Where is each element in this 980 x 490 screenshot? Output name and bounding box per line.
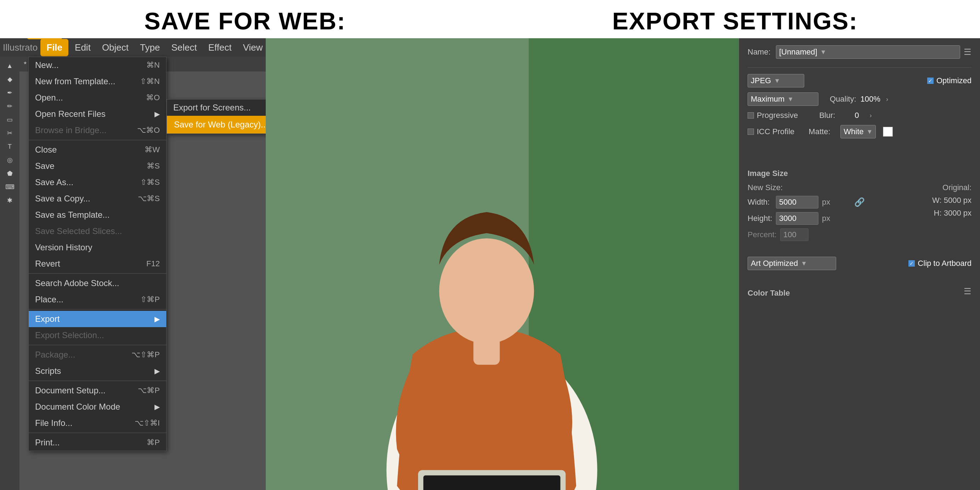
clip-artboard-row: Clip to Artboard: [908, 259, 972, 268]
quality-preset-arrow: ▼: [787, 95, 794, 103]
link-dimensions-icon[interactable]: 🔗: [854, 197, 865, 207]
original-width: W: 5000 px: [879, 196, 972, 205]
shape-tool[interactable]: ▭: [3, 113, 16, 126]
divider-4: [29, 345, 166, 345]
progressive-checkbox[interactable]: [748, 112, 754, 119]
polygon-tool[interactable]: ⬟: [3, 167, 16, 180]
optimized-label: Optimized: [936, 76, 972, 85]
file-menu-item[interactable]: File: [40, 39, 68, 56]
menu-export-selection: Export Selection...: [29, 327, 166, 343]
matte-arrow-icon: ▼: [867, 128, 873, 136]
quality-expand-icon[interactable]: ›: [886, 95, 888, 103]
menu-export[interactable]: Export ▶: [29, 311, 166, 327]
effect-menu-item[interactable]: Effect: [204, 40, 237, 55]
type-tool[interactable]: T: [3, 140, 16, 153]
brush-tool[interactable]: ✏: [3, 100, 16, 113]
art-optimized-row: Art Optimized ▼ Clip to Artboard: [748, 257, 972, 270]
menu-document-setup[interactable]: Document Setup... ⌥⌘P: [29, 382, 166, 399]
menu-search-stock[interactable]: Search Adobe Stock...: [29, 275, 166, 292]
keyboard-tool[interactable]: ⌨: [3, 181, 16, 193]
format-dropdown[interactable]: JPEG ▼: [748, 74, 804, 87]
name-dropdown[interactable]: [Unnamed] ▼: [776, 45, 960, 59]
page-header: SAVE FOR WEB: EXPORT SETTINGS:: [0, 0, 980, 38]
width-label: Width:: [748, 198, 772, 207]
save-for-web-legacy[interactable]: Save for Web (Legacy)... ⌥⇧⌘S: [167, 116, 266, 133]
divider-settings-1: [748, 67, 972, 68]
export-for-screens[interactable]: Export for Screens... ⌥⌘E: [167, 100, 266, 116]
quality-row: Maximum ▼ Quality: 100% ›: [748, 92, 972, 106]
menu-print[interactable]: Print... ⌘P: [29, 434, 166, 451]
type-menu-item[interactable]: Type: [135, 40, 165, 55]
app-label: Illustrato: [3, 42, 38, 53]
tools-panel: ▲ ◆ ✒ ✏ ▭ ✂ T ◎ ⬟ ⌨ ✱: [0, 57, 19, 490]
matte-label: Matte:: [808, 127, 833, 136]
divider-1: [29, 140, 166, 140]
divider-3: [29, 309, 166, 309]
menu-save-as[interactable]: Save As... ⇧⌘S: [29, 174, 166, 190]
color-table-menu-icon[interactable]: ☰: [964, 286, 972, 297]
percent-row: Percent: 100: [748, 228, 972, 241]
svg-point-4: [439, 238, 534, 344]
new-size-header: New Size:: [748, 183, 840, 192]
art-optimized-dropdown[interactable]: Art Optimized ▼: [748, 257, 836, 270]
blur-value: 0: [854, 111, 859, 120]
height-input[interactable]: 3000: [776, 212, 818, 225]
name-menu-icon[interactable]: ☰: [964, 47, 972, 57]
select-tool[interactable]: ▲: [3, 59, 16, 72]
blur-label: Blur:: [819, 111, 844, 120]
save-for-web-title: SAVE FOR WEB:: [144, 8, 346, 34]
menu-version-history[interactable]: Version History: [29, 239, 166, 255]
main-content: Illustrato File Edit Object Type Select …: [0, 38, 980, 490]
menu-new-from-template[interactable]: New from Template... ⇧⌘N: [29, 73, 166, 90]
optimized-checkbox[interactable]: [927, 78, 934, 84]
pen-tool[interactable]: ✒: [3, 86, 16, 99]
right-panel: Name: [Unnamed] ▼ ☰ JPEG ▼ Optimized: [266, 38, 980, 490]
art-optimized-arrow: ▼: [801, 260, 807, 267]
percent-input[interactable]: 100: [780, 228, 808, 241]
divider-5: [29, 381, 166, 381]
menu-scripts[interactable]: Scripts ▶: [29, 363, 166, 379]
rotate-tool[interactable]: ◎: [3, 154, 16, 167]
artwork-svg: [266, 38, 739, 490]
new-size-col: New Size: Width: 5000 px Height: 3000 px: [748, 183, 840, 225]
icc-matte-row: ICC Profile Matte: White ▼: [748, 125, 972, 138]
menu-open-recent[interactable]: Open Recent Files ▶: [29, 106, 166, 122]
image-size-section: Image Size New Size: Width: 5000 px Heig…: [748, 165, 972, 241]
menu-file-info[interactable]: File Info... ⌥⇧⌘I: [29, 415, 166, 431]
original-height: H: 3000 px: [879, 209, 972, 218]
right-section-header: EXPORT SETTINGS:: [490, 7, 980, 35]
object-menu-item[interactable]: Object: [97, 40, 134, 55]
menu-open[interactable]: Open... ⌘O: [29, 90, 166, 106]
menu-package: Package... ⌥⇧⌘P: [29, 347, 166, 363]
width-unit: px: [822, 198, 830, 207]
quality-preset-dropdown[interactable]: Maximum ▼: [748, 92, 818, 106]
width-input[interactable]: 5000: [776, 196, 818, 209]
select-menu-item[interactable]: Select: [166, 40, 202, 55]
icc-checkbox[interactable]: [748, 128, 754, 135]
menu-save-template[interactable]: Save as Template...: [29, 207, 166, 223]
menu-close[interactable]: Close ⌘W: [29, 142, 166, 158]
menu-save-copy[interactable]: Save a Copy... ⌥⌘S: [29, 190, 166, 207]
menu-bar: Illustrato File Edit Object Type Select …: [0, 38, 266, 57]
clip-artboard-checkbox[interactable]: [908, 260, 915, 266]
menu-place[interactable]: Place... ⇧⌘P: [29, 292, 166, 308]
artwork-preview: [266, 38, 739, 490]
scissors-tool[interactable]: ✂: [3, 127, 16, 140]
direct-select-tool[interactable]: ◆: [3, 73, 16, 86]
image-size-title: Image Size: [748, 169, 788, 178]
view-menu-item[interactable]: View: [238, 40, 266, 55]
menu-document-color[interactable]: Document Color Mode ▶: [29, 399, 166, 415]
menu-revert[interactable]: Revert F12: [29, 255, 166, 272]
progressive-checkbox-row: Progressive: [748, 111, 798, 120]
color-table-title: Color Table: [748, 289, 790, 298]
matte-dropdown[interactable]: White ▼: [840, 125, 876, 138]
format-row: JPEG ▼ Optimized: [748, 74, 972, 87]
edit-menu-item[interactable]: Edit: [70, 40, 95, 55]
misc-tool[interactable]: ✱: [3, 194, 16, 207]
blur-expand-icon[interactable]: ›: [869, 112, 872, 119]
menu-save[interactable]: Save ⌘S: [29, 158, 166, 174]
export-settings-panel: Name: [Unnamed] ▼ ☰ JPEG ▼ Optimized: [739, 38, 980, 490]
height-unit: px: [822, 214, 830, 223]
menu-new[interactable]: New... ⌘N: [29, 57, 166, 73]
quality-value: 100%: [861, 95, 880, 104]
